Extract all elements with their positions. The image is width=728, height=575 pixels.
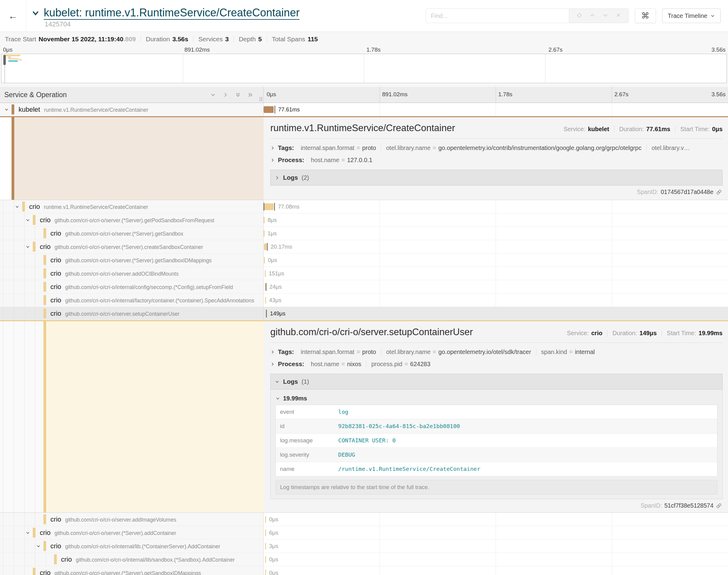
span-bar[interactable]	[265, 270, 266, 277]
span-bar[interactable]	[264, 217, 265, 224]
span-name-cell[interactable]: criogithub.com/cri-o/cri-o/server.(*Serv…	[0, 227, 264, 240]
span-row[interactable]: criogithub.com/cri-o/cri-o/internal/fact…	[0, 294, 728, 307]
find-prev-chevron-up-icon[interactable]	[590, 12, 595, 20]
span-name-cell[interactable]: criogithub.com/cri-o/cri-o/server.addIma…	[0, 513, 264, 526]
span-bar[interactable]	[264, 257, 265, 264]
span-timeline-cell[interactable]: 1μs	[264, 227, 728, 240]
span-bar[interactable]	[264, 203, 274, 210]
expand-all-double-chevron-down-icon[interactable]	[235, 92, 240, 97]
span-name-cell[interactable]: criogithub.com/cri-o/cri-o/internal/lib.…	[0, 539, 264, 552]
trace-view-selector[interactable]: Trace Timeline	[662, 8, 721, 23]
span-bar[interactable]	[265, 297, 266, 304]
logs-toggle-bar[interactable]: Logs (2)	[270, 170, 723, 185]
deep-link-icon[interactable]	[716, 503, 722, 509]
span-bar[interactable]	[264, 230, 265, 237]
process-row[interactable]: Process: host.name=nixosprocess.pid=6242…	[270, 358, 723, 370]
span-row[interactable]: criogithub.com/cri-o/cri-o/server.(*Serv…	[0, 566, 728, 575]
log-entry-header[interactable]: 19.99ms	[275, 392, 717, 405]
span-name-cell[interactable]: kubeletruntime.v1.RuntimeService/CreateC…	[0, 103, 264, 116]
service-color-bar	[54, 554, 57, 564]
minimap-drag-handle[interactable]	[3, 55, 6, 65]
log-field-row[interactable]: eventlog	[276, 405, 717, 419]
span-name-cell[interactable]: criogithub.com/cri-o/cri-o/internal/conf…	[0, 280, 264, 293]
span-row[interactable]: criogithub.com/cri-o/cri-o/server.(*Serv…	[0, 213, 728, 227]
trace-title-link[interactable]: kubelet: runtime.v1.RuntimeService/Creat…	[44, 6, 299, 20]
span-timeline-cell[interactable]: 24μs	[264, 280, 728, 293]
span-timeline-cell[interactable]: 43μs	[264, 294, 728, 307]
span-bar[interactable]	[265, 570, 266, 575]
span-row[interactable]: criogithub.com/cri-o/cri-o/server.(*Serv…	[0, 253, 728, 267]
span-row[interactable]: criogithub.com/cri-o/cri-o/server.setupC…	[0, 307, 728, 320]
span-timeline-cell[interactable]: 3μs	[264, 539, 728, 552]
service-color-bar	[43, 308, 46, 318]
span-name-cell[interactable]: crioruntime.v1.RuntimeService/CreateCont…	[0, 200, 264, 213]
tags-row[interactable]: Tags: internal.span.format=protootel.lib…	[270, 346, 723, 358]
chevron-down-icon[interactable]	[26, 218, 30, 222]
log-field-row[interactable]: id92b82381-025c-4a64-815c-ba2e1bb08100	[276, 419, 717, 434]
span-name-cell[interactable]: criogithub.com/cri-o/cri-o/internal/fact…	[0, 294, 264, 307]
log-field-row[interactable]: name/runtime.v1.RuntimeService/CreateCon…	[276, 462, 717, 476]
column-resizer-handle[interactable]	[260, 97, 262, 101]
chevron-down-icon[interactable]	[36, 544, 41, 548]
chevron-down-icon[interactable]	[26, 244, 30, 249]
span-timeline-cell[interactable]: 0μs	[264, 513, 728, 526]
find-input[interactable]	[426, 9, 569, 23]
span-name-cell[interactable]: criogithub.com/cri-o/cri-o/server.(*Serv…	[0, 213, 264, 227]
keyboard-shortcuts-button[interactable]: ⌘	[635, 8, 656, 23]
log-field-row[interactable]: log.messageCONTAINER USER: 0	[276, 434, 717, 448]
process-row[interactable]: Process: host.name=127.0.0.1	[270, 154, 723, 166]
span-name-cell[interactable]: criogithub.com/cri-o/cri-o/internal/lib/…	[0, 553, 264, 566]
logs-toggle-bar[interactable]: Logs (1)	[270, 374, 723, 390]
deep-link-icon[interactable]	[716, 189, 722, 195]
locate-icon[interactable]	[576, 12, 582, 20]
chevron-down-icon[interactable]	[26, 530, 30, 535]
span-bar[interactable]	[265, 516, 266, 523]
span-timeline-cell[interactable]: 0μs	[264, 553, 728, 566]
span-row[interactable]: crioruntime.v1.RuntimeService/CreateCont…	[0, 200, 728, 213]
span-timeline-cell[interactable]: 149μs	[264, 307, 728, 320]
span-row[interactable]: criogithub.com/cri-o/cri-o/server.(*Serv…	[0, 227, 728, 240]
tree-guide	[35, 267, 35, 280]
span-bar[interactable]	[265, 556, 266, 563]
back-button[interactable]: ←	[0, 0, 26, 32]
chevron-down-icon[interactable]	[4, 107, 9, 112]
find-clear-close-icon[interactable]	[616, 12, 621, 19]
span-bar[interactable]	[265, 530, 266, 536]
span-timeline-cell[interactable]: 151μs	[264, 267, 728, 280]
span-row[interactable]: criogithub.com/cri-o/cri-o/server.(*Serv…	[0, 240, 728, 253]
span-name-cell[interactable]: criogithub.com/cri-o/cri-o/server.addOCI…	[0, 267, 264, 280]
span-row[interactable]: criogithub.com/cri-o/cri-o/internal/conf…	[0, 280, 728, 294]
back-arrow-icon: ←	[8, 10, 18, 22]
span-row[interactable]: criogithub.com/cri-o/cri-o/internal/lib/…	[0, 553, 728, 566]
span-name-cell[interactable]: criogithub.com/cri-o/cri-o/server.(*Serv…	[0, 253, 264, 267]
span-timeline-cell[interactable]: 6μs	[264, 526, 728, 539]
span-name-cell[interactable]: criogithub.com/cri-o/cri-o/server.(*Serv…	[0, 240, 264, 253]
span-row[interactable]: kubeletruntime.v1.RuntimeService/CreateC…	[0, 103, 728, 116]
expand-one-level-chevron-down-icon[interactable]	[210, 92, 216, 97]
span-row[interactable]: criogithub.com/cri-o/cri-o/server.(*Serv…	[0, 526, 728, 539]
chevron-down-icon[interactable]	[15, 204, 20, 209]
span-name-cell[interactable]: criogithub.com/cri-o/cri-o/server.(*Serv…	[0, 526, 264, 539]
span-timeline-cell[interactable]: 77.61ms	[264, 103, 728, 116]
span-bar[interactable]	[264, 243, 267, 250]
span-name-cell[interactable]: criogithub.com/cri-o/cri-o/server.setupC…	[0, 307, 264, 320]
collapse-all-double-chevron-right-icon[interactable]	[248, 92, 253, 97]
span-bar[interactable]	[264, 106, 274, 113]
tag-kv: internal.span.format=proto	[296, 144, 381, 151]
span-row[interactable]: criogithub.com/cri-o/cri-o/server.addOCI…	[0, 267, 728, 280]
trace-minimap[interactable]	[1, 54, 727, 83]
span-timeline-cell[interactable]: 8μs	[264, 213, 728, 227]
span-row[interactable]: criogithub.com/cri-o/cri-o/server.addIma…	[0, 513, 728, 526]
span-timeline-cell[interactable]: 20.17ms	[264, 240, 728, 253]
span-timeline-cell[interactable]: 77.08ms	[264, 200, 728, 213]
span-name-cell[interactable]: criogithub.com/cri-o/cri-o/server.(*Serv…	[0, 566, 264, 575]
trace-collapse-chevron-down-icon[interactable]	[32, 9, 39, 17]
tags-row[interactable]: Tags: internal.span.format=protootel.lib…	[270, 142, 723, 154]
find-next-chevron-down-icon[interactable]	[602, 12, 608, 20]
span-bar[interactable]	[265, 543, 266, 549]
span-row[interactable]: criogithub.com/cri-o/cri-o/internal/lib.…	[0, 539, 728, 553]
log-field-row[interactable]: log.severityDEBUG	[276, 448, 717, 462]
collapse-one-level-chevron-right-icon[interactable]	[223, 92, 228, 97]
span-timeline-cell[interactable]: 0μs	[264, 253, 728, 267]
span-timeline-cell[interactable]: 0μs	[264, 566, 728, 575]
